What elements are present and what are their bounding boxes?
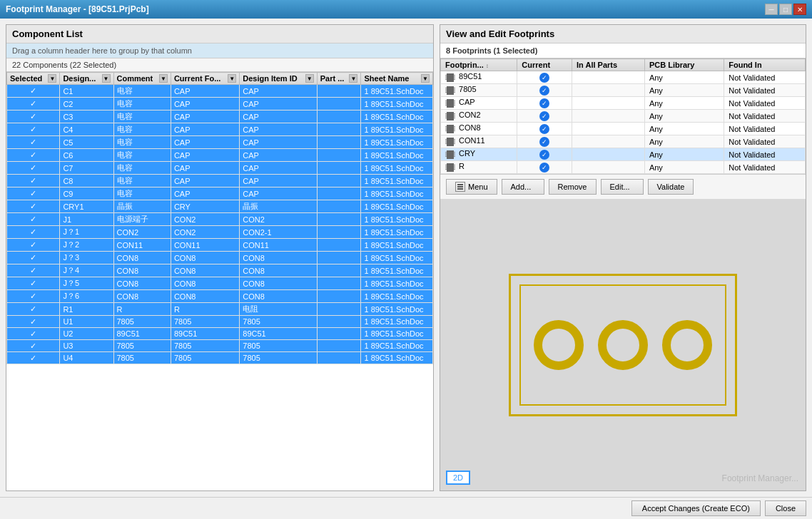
cell-design: J？1 bbox=[60, 226, 113, 239]
fp-col-name[interactable]: Footprin... ↕ bbox=[441, 59, 517, 71]
menu-button[interactable]: Menu bbox=[446, 179, 497, 195]
fp-cell-inall bbox=[572, 84, 645, 97]
fp-list-item[interactable]: CON2 ✓ Any Not Validated bbox=[441, 110, 806, 123]
accept-changes-button[interactable]: Accept Changes (Create ECO) bbox=[631, 500, 761, 516]
table-row[interactable]: ✓ C7 电容 CAP CAP 1 89C51.SchDoc bbox=[7, 162, 433, 175]
view-mode-button[interactable]: 2D bbox=[446, 471, 470, 485]
svg-rect-24 bbox=[454, 102, 455, 103]
col-part[interactable]: Part ...▼ bbox=[317, 73, 361, 85]
svg-rect-23 bbox=[454, 101, 455, 101]
filter-comment[interactable]: ▼ bbox=[159, 74, 168, 83]
table-row[interactable]: ✓ J？6 CON8 CON8 CON8 1 89C51.SchDoc bbox=[7, 290, 433, 303]
table-row[interactable]: ✓ J？3 CON8 CON8 CON8 1 89C51.SchDoc bbox=[7, 252, 433, 264]
filter-part[interactable]: ▼ bbox=[349, 74, 357, 83]
filter-design-item[interactable]: ▼ bbox=[305, 74, 314, 83]
maximize-button[interactable]: □ bbox=[779, 4, 792, 15]
col-design-item[interactable]: Design Item ID▼ bbox=[240, 73, 317, 85]
fp-cell-foundin: Not Validated bbox=[724, 97, 806, 110]
table-row[interactable]: ✓ J？4 CON8 CON8 CON8 1 89C51.SchDoc bbox=[7, 264, 433, 277]
svg-rect-55 bbox=[445, 152, 447, 153]
col-comment[interactable]: Comment▼ bbox=[113, 73, 171, 85]
filter-selected[interactable]: ▼ bbox=[48, 74, 56, 83]
cell-comment: 电容 bbox=[113, 85, 171, 98]
col-design[interactable]: Design...▼ bbox=[60, 73, 113, 85]
fp-col-pcblib[interactable]: PCB Library bbox=[644, 59, 724, 71]
filter-current-fo[interactable]: ▼ bbox=[228, 74, 236, 83]
cell-part bbox=[317, 175, 361, 187]
fp-list-item[interactable]: CRY ✓ Any Not Validated bbox=[441, 148, 806, 161]
fp-pad-1 bbox=[534, 320, 584, 370]
fp-table-container[interactable]: Footprin... ↕ Current In All Parts PCB L… bbox=[440, 58, 806, 174]
svg-rect-67 bbox=[445, 169, 447, 170]
cell-design: J？4 bbox=[60, 264, 113, 277]
col-selected[interactable]: Selected▼ bbox=[7, 73, 60, 85]
cell-current-fo: CON2 bbox=[171, 226, 239, 239]
cell-design-item: CAP bbox=[240, 162, 317, 175]
svg-rect-1 bbox=[445, 75, 447, 76]
svg-rect-56 bbox=[445, 153, 447, 154]
table-row[interactable]: ✓ U1 7805 7805 7805 1 89C51.SchDoc bbox=[7, 316, 433, 328]
cell-comment: CON11 bbox=[113, 239, 171, 252]
fp-col-foundin[interactable]: Found In bbox=[724, 59, 806, 71]
fp-col-current[interactable]: Current bbox=[517, 59, 572, 71]
remove-button[interactable]: Remove bbox=[549, 179, 597, 195]
edit-button[interactable]: Edit... bbox=[601, 179, 644, 195]
table-row[interactable]: ✓ C6 电容 CAP CAP 1 89C51.SchDoc bbox=[7, 149, 433, 162]
svg-rect-12 bbox=[445, 91, 447, 91]
fp-list-item[interactable]: R ✓ Any Not Validated bbox=[441, 161, 806, 174]
fp-list-item[interactable]: CAP ✓ Any Not Validated bbox=[441, 97, 806, 110]
cell-design: C2 bbox=[60, 98, 113, 111]
cell-design: C1 bbox=[60, 85, 113, 98]
cell-sheet: 1 89C51.SchDoc bbox=[361, 187, 433, 200]
cell-design: J？3 bbox=[60, 252, 113, 264]
cell-design: C6 bbox=[60, 149, 113, 162]
col-sheet[interactable]: Sheet Name▼ bbox=[361, 73, 433, 85]
fp-cell-current: ✓ bbox=[517, 110, 572, 123]
table-row[interactable]: ✓ C9 电容 CAP CAP 1 89C51.SchDoc bbox=[7, 187, 433, 200]
cell-part bbox=[317, 187, 361, 200]
fp-list-item[interactable]: CON8 ✓ Any Not Validated bbox=[441, 123, 806, 135]
table-row[interactable]: ✓ J？1 CON2 CON2 CON2-1 1 89C51.SchDoc bbox=[7, 226, 433, 239]
cell-selected: ✓ bbox=[7, 352, 60, 364]
table-row[interactable]: ✓ C2 电容 CAP CAP 1 89C51.SchDoc bbox=[7, 98, 433, 111]
cell-design: U4 bbox=[60, 352, 113, 364]
col-current-fo[interactable]: Current Fo...▼ bbox=[171, 73, 239, 85]
minimize-button[interactable]: ─ bbox=[765, 4, 778, 15]
validate-button[interactable]: Validate bbox=[648, 179, 694, 195]
fp-list-item[interactable]: CON11 ✓ Any Not Validated bbox=[441, 135, 806, 148]
table-row[interactable]: ✓ U4 7805 7805 7805 1 89C51.SchDoc bbox=[7, 352, 433, 364]
fp-table: Footprin... ↕ Current In All Parts PCB L… bbox=[440, 58, 806, 174]
cell-design: C4 bbox=[60, 123, 113, 136]
table-row[interactable]: ✓ U3 7805 7805 7805 1 89C51.SchDoc bbox=[7, 340, 433, 352]
table-row[interactable]: ✓ J？2 CON11 CON11 CON11 1 89C51.SchDoc bbox=[7, 239, 433, 252]
table-row[interactable]: ✓ R1 R R 电阻 1 89C51.SchDoc bbox=[7, 303, 433, 316]
table-row[interactable]: ✓ U2 89C51 89C51 89C51 1 89C51.SchDoc bbox=[7, 328, 433, 340]
table-row[interactable]: ✓ C8 电容 CAP CAP 1 89C51.SchDoc bbox=[7, 175, 433, 187]
fp-col-inall[interactable]: In All Parts bbox=[572, 59, 645, 71]
svg-rect-6 bbox=[454, 76, 455, 77]
cell-design: CRY1 bbox=[60, 200, 113, 213]
table-row[interactable]: ✓ CRY1 晶振 CRY 晶振 1 89C51.SchDoc bbox=[7, 200, 433, 213]
filter-sheet[interactable]: ▼ bbox=[421, 74, 430, 83]
table-row[interactable]: ✓ C5 电容 CAP CAP 1 89C51.SchDoc bbox=[7, 136, 433, 149]
table-row[interactable]: ✓ J1 电源端子 CON2 CON2 1 89C51.SchDoc bbox=[7, 213, 433, 226]
filter-design[interactable]: ▼ bbox=[102, 74, 111, 83]
close-button[interactable]: ✕ bbox=[793, 4, 806, 15]
fp-list-item[interactable]: 89C51 ✓ Any Not Validated bbox=[441, 71, 806, 84]
close-main-button[interactable]: Close bbox=[765, 500, 806, 516]
table-row[interactable]: ✓ C3 电容 CAP CAP 1 89C51.SchDoc bbox=[7, 111, 433, 123]
cell-part bbox=[317, 200, 361, 213]
cell-sheet: 1 89C51.SchDoc bbox=[361, 98, 433, 111]
table-row[interactable]: ✓ J？5 CON8 CON8 CON8 1 89C51.SchDoc bbox=[7, 277, 433, 290]
fp-list-item[interactable]: 7805 ✓ Any Not Validated bbox=[441, 84, 806, 97]
cell-comment: 电容 bbox=[113, 98, 171, 111]
svg-rect-9 bbox=[447, 86, 454, 95]
table-row[interactable]: ✓ C1 电容 CAP CAP 1 89C51.SchDoc bbox=[7, 85, 433, 98]
fp-cell-foundin: Not Validated bbox=[724, 71, 806, 84]
svg-rect-21 bbox=[445, 103, 447, 104]
fp-pad-3 bbox=[662, 320, 712, 370]
add-button[interactable]: Add... bbox=[502, 179, 544, 195]
component-table-container[interactable]: Selected▼ Design...▼ Comment▼ Current Fo… bbox=[6, 72, 433, 490]
cell-part bbox=[317, 277, 361, 290]
table-row[interactable]: ✓ C4 电容 CAP CAP 1 89C51.SchDoc bbox=[7, 123, 433, 136]
